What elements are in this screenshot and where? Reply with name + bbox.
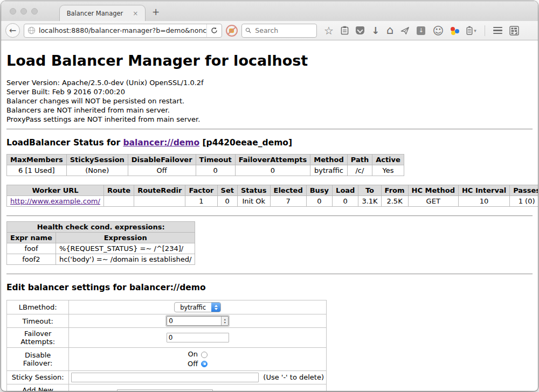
- browser-window: Balancer Manager × + ← localhost:8880/ba…: [1, 1, 538, 391]
- table-header-row: MaxMembers StickySession DisableFailover…: [7, 155, 404, 165]
- table-header-row: Worker URL Route RouteRedir Factor Set S…: [7, 185, 538, 196]
- content-blocker-icon[interactable]: [226, 25, 238, 37]
- col-method: Method: [310, 155, 347, 165]
- radio-off-label: Off: [188, 360, 198, 368]
- sticky-session-hint: (Use '-' to delete): [263, 373, 324, 381]
- col-expression: Expression: [56, 233, 195, 243]
- form-row-add-worker: Add New Worker: Are you sure?: [7, 384, 327, 391]
- cell-route: [103, 196, 134, 207]
- health-table-title: Health check cond. expressions:: [7, 222, 195, 233]
- new-tab-button[interactable]: +: [152, 6, 160, 17]
- col-path: Path: [347, 155, 372, 165]
- pocket-icon[interactable]: [356, 26, 364, 34]
- page-title: Load Balancer Manager for localhost: [6, 52, 533, 69]
- health-check-table: Health check cond. expressions: Expr nam…: [6, 221, 195, 265]
- divider: [6, 129, 533, 130]
- cell-maxmembers: 6 [1 Used]: [7, 165, 67, 176]
- table-title-row: Health check cond. expressions:: [7, 222, 195, 233]
- radio-option-on[interactable]: On: [71, 350, 324, 359]
- timeout-spinbox: ▴▾: [167, 316, 229, 326]
- proxypass-notice-line: ProxyPass settings are NOT inherited fro…: [6, 115, 533, 124]
- cell-passes: 1 (0): [510, 196, 538, 207]
- form-row-sticky-session: Sticky Session: (Use '-' to delete): [7, 370, 327, 384]
- colored-dots-extension-icon[interactable]: [451, 26, 459, 35]
- container-extension-icon[interactable]: ▾: [466, 26, 476, 35]
- downloads-icon[interactable]: ↓: [371, 26, 379, 36]
- radio-option-off[interactable]: Off: [71, 360, 324, 368]
- lbmethod-select[interactable]: bytraffic: [174, 302, 221, 312]
- timeout-label: Timeout:: [7, 314, 69, 328]
- search-input[interactable]: [254, 26, 313, 35]
- cell-failoverattempts: 0: [235, 165, 310, 176]
- edit-settings-heading: Edit balancer settings for balancer://de…: [6, 283, 533, 292]
- clipboard-icon[interactable]: [341, 26, 349, 35]
- sticky-session-input[interactable]: [71, 373, 259, 382]
- sticky-session-label: Sticky Session:: [7, 370, 69, 384]
- cell-expr-name: foof: [7, 243, 56, 254]
- cell-method: bytraffic: [310, 165, 347, 176]
- back-button[interactable]: ←: [5, 23, 20, 38]
- minimize-window-button[interactable]: [20, 8, 27, 15]
- status-heading-suffix: [p4420eeae_demo]: [199, 138, 292, 148]
- table-row: 6 [1 Used] (None) Off 0 0 bytraffic /c/ …: [7, 165, 404, 176]
- add-worker-input[interactable]: [117, 389, 213, 391]
- form-row-disable-failover: Disable Failover: On Off: [7, 348, 327, 371]
- cell-busy: 0: [306, 196, 332, 207]
- cell-expression: hc('body') =~ /domain is established/: [56, 254, 195, 265]
- col-passes: Passes: [510, 185, 538, 196]
- cell-factor: 1: [185, 196, 217, 207]
- bookmark-star-icon[interactable]: ☆: [324, 25, 334, 36]
- tab-title: Balancer Manager: [67, 10, 123, 17]
- cell-load: 0: [333, 196, 358, 207]
- col-elected: Elected: [270, 185, 306, 196]
- zoom-window-button[interactable]: [31, 8, 38, 15]
- disable-failover-label: Disable Failover:: [7, 348, 69, 371]
- navigation-toolbar: ← localhost:8880/balancer-manager?b=demo…: [1, 21, 538, 40]
- search-bar[interactable]: [241, 24, 317, 38]
- window-controls[interactable]: [10, 8, 38, 15]
- tab-balancer-manager[interactable]: Balancer Manager ×: [59, 5, 146, 21]
- home-icon[interactable]: ⌂: [386, 25, 393, 36]
- number-stepper-icon[interactable]: ▴▾: [221, 317, 228, 325]
- close-tab-icon[interactable]: ×: [133, 10, 138, 17]
- timeout-input[interactable]: [167, 317, 221, 325]
- extension-download-icon[interactable]: ↓: [417, 26, 425, 35]
- col-maxmembers: MaxMembers: [7, 155, 67, 165]
- radio-on-button[interactable]: [201, 352, 208, 358]
- worker-url-link[interactable]: http://www.example.com/: [10, 197, 100, 205]
- radio-off-button[interactable]: [201, 361, 208, 367]
- globe-icon: [27, 26, 36, 34]
- menu-icon[interactable]: [493, 27, 502, 34]
- status-heading-prefix: LoadBalancer Status for: [6, 138, 123, 148]
- server-built-line: Server Built: Feb 9 2016 07:00:20: [6, 88, 533, 97]
- select-stepper-icon: [211, 303, 220, 312]
- reload-button[interactable]: [206, 24, 222, 37]
- failover-attempts-input[interactable]: [167, 333, 229, 342]
- add-worker-label: Add New Worker:: [7, 384, 69, 391]
- send-plane-icon[interactable]: [400, 26, 410, 35]
- battery-icon: [466, 26, 473, 35]
- grid-extension-icon[interactable]: [509, 26, 519, 36]
- balancer-settings-form: LBmethod: bytraffic Timeout: ▴▾: [6, 300, 327, 391]
- lbmethod-selected-value: bytraffic: [175, 303, 211, 312]
- cell-routeredir: [134, 196, 185, 207]
- chevron-down-icon[interactable]: ▾: [474, 28, 476, 33]
- url-bar[interactable]: localhost:8880/balancer-manager?b=demo&n…: [24, 24, 222, 38]
- col-timeout: Timeout: [196, 155, 235, 165]
- page-content: Load Balancer Manager for localhost Serv…: [1, 40, 538, 391]
- url-text[interactable]: localhost:8880/balancer-manager?b=demo&n…: [39, 26, 206, 34]
- col-set: Set: [217, 185, 237, 196]
- col-load: Load: [333, 185, 358, 196]
- col-to: To: [358, 185, 381, 196]
- col-expr-name: Expr name: [7, 233, 56, 243]
- cell-elected: 7: [270, 196, 306, 207]
- close-window-button[interactable]: [10, 8, 16, 15]
- col-disablefailover: DisableFailover: [128, 155, 196, 165]
- balancer-demo-link[interactable]: balancer://demo: [123, 138, 199, 148]
- tab-bar: Balancer Manager × +: [1, 1, 538, 21]
- table-row: foof2 hc('body') =~ /domain is establish…: [7, 254, 195, 265]
- smiley-icon[interactable]: ☺: [432, 25, 444, 36]
- radio-on-label: On: [188, 350, 197, 359]
- toolbar-icons: ☆ ↓ ⌂ ↓ ☺ ▾: [324, 25, 519, 36]
- col-hc-method: HC Method: [408, 185, 458, 196]
